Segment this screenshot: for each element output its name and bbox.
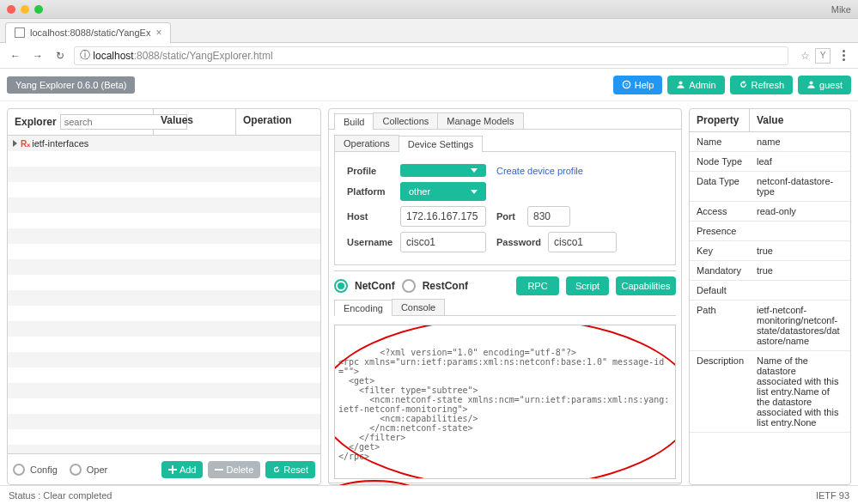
- capabilities-button[interactable]: Capabilities: [616, 276, 676, 295]
- property-value: netconf-datastore-type: [750, 172, 850, 201]
- subtab-operations[interactable]: Operations: [334, 135, 399, 151]
- restconf-radio[interactable]: [402, 279, 416, 293]
- property-row: Data Typenetconf-datastore-type: [690, 172, 850, 202]
- property-key: Default: [690, 281, 750, 300]
- platform-select[interactable]: other: [400, 182, 486, 201]
- admin-button[interactable]: Admin: [667, 76, 724, 94]
- property-row: Namename: [690, 132, 850, 152]
- property-row: DescriptionName of the datastore associa…: [690, 351, 850, 433]
- port-field[interactable]: [527, 206, 570, 227]
- col-header-operation: Operation: [236, 109, 320, 135]
- property-row: Presence: [690, 222, 850, 241]
- property-key: Name: [690, 132, 750, 151]
- property-key: Node Type: [690, 152, 750, 171]
- url-port: :8088: [134, 50, 160, 62]
- config-radio-label: Config: [30, 465, 58, 475]
- nav-forward-button[interactable]: →: [29, 47, 46, 64]
- nav-reload-button[interactable]: ↻: [52, 47, 69, 64]
- netconf-label: NetConf: [355, 280, 395, 292]
- encoding-tab[interactable]: Encoding: [334, 300, 392, 316]
- tree-node-ietf-interfaces[interactable]: Rₓ ietf-interfaces: [8, 136, 320, 151]
- tab-collections[interactable]: Collections: [373, 112, 438, 129]
- oper-radio-label: Oper: [87, 465, 107, 475]
- browser-tab-title: localhost:8088/static/YangEx: [30, 27, 150, 38]
- console-tab[interactable]: Console: [392, 299, 445, 315]
- svg-point-2: [679, 81, 683, 84]
- delete-button[interactable]: Delete: [208, 461, 260, 478]
- value-col-header: Value: [750, 109, 850, 131]
- browser-tab[interactable]: localhost:8088/static/YangEx ×: [5, 22, 171, 43]
- extension-icon[interactable]: Y: [815, 48, 831, 64]
- property-col-header: Property: [690, 109, 750, 131]
- property-row: Node Typeleaf: [690, 152, 850, 172]
- svg-point-3: [810, 81, 813, 84]
- session-username: Mike: [831, 4, 851, 15]
- property-row: Pathietf-netconf-monitoring/netconf-stat…: [690, 301, 850, 351]
- tree-node-label: ietf-interfaces: [32, 138, 88, 149]
- host-field[interactable]: [400, 206, 486, 227]
- col-header-values: Values: [154, 109, 236, 135]
- host-label: Host: [347, 211, 395, 222]
- platform-label: Platform: [347, 186, 395, 197]
- status-right: IETF 93: [816, 490, 849, 501]
- col-header-explorer: Explorer: [15, 116, 57, 128]
- properties-panel: Property Value NamenameNode TypeleafData…: [689, 108, 851, 485]
- tab-close-icon[interactable]: ×: [155, 27, 161, 39]
- username-label: Username: [347, 237, 395, 247]
- property-value: Name of the datastore associated with th…: [750, 351, 850, 432]
- property-key: Path: [690, 301, 750, 350]
- svg-rect-4: [215, 469, 223, 471]
- url-path: /static/YangExplorer.html: [160, 50, 273, 62]
- expand-icon[interactable]: [13, 140, 17, 147]
- add-button[interactable]: Add: [161, 461, 204, 478]
- property-row: Keytrue: [690, 241, 850, 261]
- node-badge-icon: Rₓ: [21, 139, 30, 149]
- password-label: Password: [496, 237, 543, 247]
- window-close-dot[interactable]: [7, 5, 15, 14]
- reset-button[interactable]: Reset: [265, 461, 315, 478]
- property-row: Mandatorytrue: [690, 261, 850, 281]
- nav-back-button[interactable]: ←: [7, 47, 24, 64]
- create-device-profile-link[interactable]: Create device profile: [496, 166, 583, 176]
- property-value: read-only: [750, 202, 850, 221]
- username-field[interactable]: [400, 232, 486, 252]
- caret-down-icon: [471, 190, 478, 194]
- rpc-editor[interactable]: <?xml version="1.0" encoding="utf-8"?> <…: [334, 325, 676, 479]
- build-panel: Build Collections Manage Models Operatio…: [328, 108, 682, 485]
- caret-down-icon: [471, 168, 478, 173]
- subtab-device-settings[interactable]: Device Settings: [399, 136, 483, 152]
- property-value: [750, 281, 850, 300]
- restconf-label: RestConf: [423, 280, 468, 292]
- url-bar[interactable]: ⓘ localhost:8088/static/YangExplorer.htm…: [74, 46, 788, 65]
- status-text: Status : Clear completed: [9, 490, 112, 501]
- property-key: Presence: [690, 222, 750, 240]
- help-button[interactable]: ?Help: [613, 76, 663, 94]
- window-zoom-dot[interactable]: [34, 5, 43, 14]
- property-row: Default: [690, 281, 850, 301]
- tab-manage-models[interactable]: Manage Models: [437, 112, 523, 129]
- property-key: Access: [690, 202, 750, 221]
- refresh-button[interactable]: Refresh: [730, 76, 794, 94]
- oper-radio[interactable]: [70, 464, 82, 476]
- profile-select[interactable]: [400, 164, 486, 177]
- rpc-button[interactable]: RPC: [516, 276, 559, 295]
- password-field[interactable]: [548, 232, 617, 252]
- window-titlebar: Mike: [0, 0, 858, 19]
- bookmark-star-icon[interactable]: ☆: [800, 50, 810, 62]
- port-label: Port: [496, 211, 522, 222]
- config-radio[interactable]: [13, 464, 25, 476]
- property-key: Mandatory: [690, 261, 750, 280]
- property-row: Accessread-only: [690, 202, 850, 222]
- property-key: Data Type: [690, 172, 750, 201]
- guest-button[interactable]: guest: [798, 76, 851, 94]
- script-button[interactable]: Script: [566, 276, 609, 295]
- favicon-icon: [15, 27, 25, 38]
- property-value: name: [750, 132, 850, 151]
- window-minimize-dot[interactable]: [21, 5, 29, 14]
- netconf-radio[interactable]: [334, 279, 348, 293]
- property-value: true: [750, 241, 850, 260]
- property-value: [750, 222, 850, 240]
- browser-menu-icon[interactable]: [836, 50, 851, 61]
- property-value: ietf-netconf-monitoring/netconf-state/da…: [750, 301, 850, 350]
- tab-build[interactable]: Build: [334, 113, 374, 130]
